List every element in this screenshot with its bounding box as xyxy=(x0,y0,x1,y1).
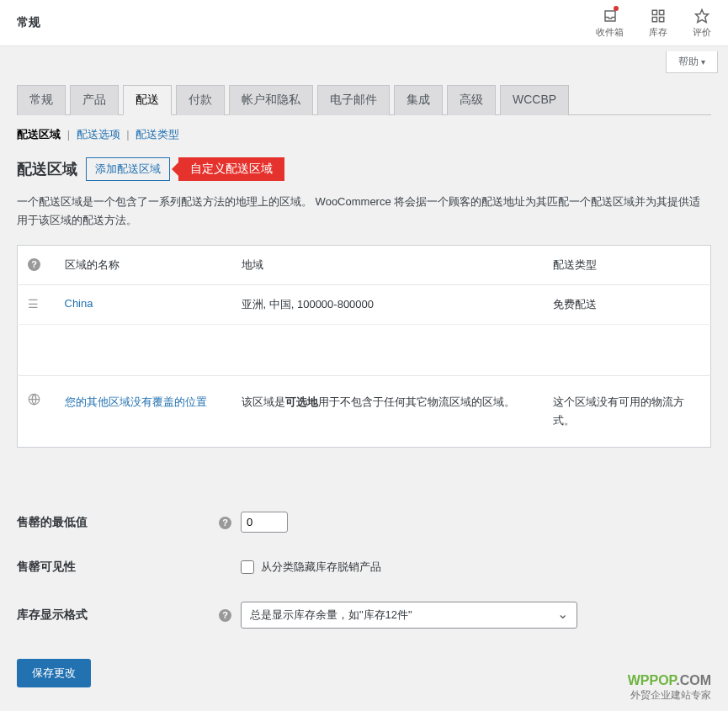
tab-integration[interactable]: 集成 xyxy=(394,85,443,115)
footer-region: 该区域是可选地用于不包含于任何其它物流区域的区域。 xyxy=(231,376,543,448)
th-type: 配送类型 xyxy=(543,246,711,285)
watermark: WPPOP.COM 外贸企业建站专家 xyxy=(628,673,711,703)
svg-rect-0 xyxy=(605,11,615,21)
reviews-label: 评价 xyxy=(693,26,711,39)
rest-of-world-link[interactable]: 您的其他区域没有覆盖的位置 xyxy=(65,395,207,408)
top-bar-actions: 收件箱 库存 评价 xyxy=(596,8,711,39)
star-icon xyxy=(693,8,710,24)
svg-rect-3 xyxy=(652,17,656,21)
th-region: 地域 xyxy=(231,246,543,285)
tab-general[interactable]: 常规 xyxy=(17,85,66,115)
zone-header: 配送区域 添加配送区域 自定义配送区域 xyxy=(17,157,711,181)
svg-marker-5 xyxy=(696,9,709,22)
th-name: 区域的名称 xyxy=(55,246,231,285)
grid-icon xyxy=(650,8,667,24)
help-icon[interactable]: ? xyxy=(219,609,231,622)
zone-name-link[interactable]: China xyxy=(65,297,93,310)
tab-shipping[interactable]: 配送 xyxy=(123,85,172,115)
svg-rect-4 xyxy=(660,17,664,21)
zone-region: 亚洲, 中国, 100000-800000 xyxy=(231,285,543,325)
footer-type: 这个区域没有可用的物流方式。 xyxy=(543,376,711,448)
form-section: 售罄的最低值 ? 售罄可见性 从分类隐藏库存脱销产品 库存显示格式 ? 总是显示… xyxy=(17,498,711,687)
row-visibility: 售罄可见性 从分类隐藏库存脱销产品 xyxy=(17,546,711,588)
help-icon[interactable]: ? xyxy=(219,517,231,529)
subnav-zones[interactable]: 配送区域 xyxy=(17,128,61,141)
help-bar: 帮助 xyxy=(0,46,728,77)
display-format-label: 库存显示格式 xyxy=(17,608,219,623)
low-stock-label: 售罄的最低值 xyxy=(17,515,219,530)
top-bar: 常规 收件箱 库存 评价 xyxy=(0,0,728,46)
svg-rect-1 xyxy=(652,10,656,14)
reviews-button[interactable]: 评价 xyxy=(693,8,711,39)
display-format-select[interactable]: 总是显示库存余量，如"库存12件" xyxy=(241,602,577,629)
low-stock-input[interactable] xyxy=(241,512,288,533)
tab-payments[interactable]: 付款 xyxy=(176,85,225,115)
drag-handle-icon[interactable]: ☰ xyxy=(28,297,39,310)
notification-dot-icon xyxy=(614,6,619,11)
sub-nav: 配送区域 | 配送选项 | 配送类型 xyxy=(17,127,711,142)
visibility-checkbox-label: 从分类隐藏库存脱销产品 xyxy=(261,560,381,575)
nav-tabs: 常规 产品 配送 付款 帐户和隐私 电子邮件 集成 高级 WCCBP xyxy=(17,85,711,115)
row-low-stock: 售罄的最低值 ? xyxy=(17,498,711,546)
visibility-checkbox[interactable] xyxy=(241,560,254,574)
zone-title: 配送区域 xyxy=(17,159,77,179)
svg-rect-2 xyxy=(660,10,664,14)
zone-table: ? 区域的名称 地域 配送类型 ☰ China 亚洲, 中国, 100000-8… xyxy=(17,245,711,448)
save-button[interactable]: 保存更改 xyxy=(17,659,91,687)
row-display-format: 库存显示格式 ? 总是显示库存余量，如"库存12件" xyxy=(17,588,711,642)
inventory-label: 库存 xyxy=(649,26,667,39)
tab-accounts[interactable]: 帐户和隐私 xyxy=(229,85,313,115)
add-zone-button[interactable]: 添加配送区域 xyxy=(86,157,170,181)
visibility-label: 售罄可见性 xyxy=(17,560,219,575)
inbox-label: 收件箱 xyxy=(596,26,624,39)
subnav-options[interactable]: 配送选项 xyxy=(77,128,120,141)
subnav-classes[interactable]: 配送类型 xyxy=(136,128,179,141)
zone-description: 一个配送区域是一个包含了一系列配送方法的地理上的区域。 WooCommerce … xyxy=(17,193,711,230)
tab-emails[interactable]: 电子邮件 xyxy=(317,85,390,115)
callout-badge: 自定义配送区域 xyxy=(178,157,284,181)
page-title: 常规 xyxy=(17,15,596,30)
globe-icon xyxy=(28,395,40,408)
tab-products[interactable]: 产品 xyxy=(70,85,119,115)
table-footer-row: 您的其他区域没有覆盖的位置 该区域是可选地用于不包含于任何其它物流区域的区域。 … xyxy=(18,376,711,448)
help-button[interactable]: 帮助 xyxy=(666,51,718,73)
table-row: ☰ China 亚洲, 中国, 100000-800000 免费配送 xyxy=(18,285,711,325)
tab-advanced[interactable]: 高级 xyxy=(447,85,496,115)
inbox-button[interactable]: 收件箱 xyxy=(596,8,624,39)
tab-wccbp[interactable]: WCCBP xyxy=(500,85,569,115)
inventory-button[interactable]: 库存 xyxy=(649,8,667,39)
zone-type: 免费配送 xyxy=(543,285,711,325)
help-icon[interactable]: ? xyxy=(28,258,40,271)
